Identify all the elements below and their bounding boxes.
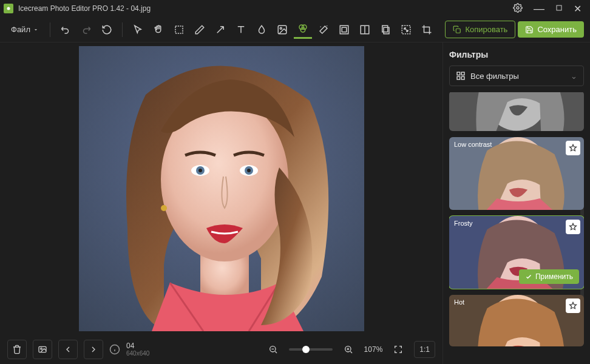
svg-point-1 <box>517 7 519 9</box>
file-menu[interactable]: Файл <box>6 22 44 37</box>
svg-rect-10 <box>342 27 347 32</box>
ratio-button[interactable]: 1:1 <box>414 341 435 358</box>
filters-list: Low contrast Frosty Применить <box>449 92 584 364</box>
filter-label: Frosty <box>454 220 473 227</box>
prev-button[interactable] <box>58 340 78 359</box>
filename: 04 <box>126 342 149 350</box>
svg-point-0 <box>7 7 10 10</box>
svg-rect-9 <box>340 25 348 34</box>
app-icon <box>4 4 13 13</box>
svg-rect-3 <box>175 26 183 33</box>
statusbar: 04 640x640 107% 1:1 <box>0 335 442 364</box>
chevron-down-icon: ⌄ <box>571 72 577 81</box>
svg-rect-32 <box>461 72 464 75</box>
magic-tool[interactable] <box>314 21 333 39</box>
svg-rect-34 <box>461 76 464 79</box>
blur-tool[interactable] <box>253 21 271 39</box>
minimize-icon[interactable]: — <box>534 6 544 11</box>
copy-label: Копировать <box>465 25 507 34</box>
svg-point-5 <box>280 27 282 29</box>
crop-tool[interactable] <box>418 21 436 39</box>
sidebar: Фильтры Все фильтры ⌄ Low contrast <box>442 42 590 364</box>
svg-point-21 <box>198 169 202 172</box>
collage-tool[interactable] <box>376 21 395 39</box>
svg-rect-15 <box>456 29 461 33</box>
file-menu-label: Файл <box>11 25 30 34</box>
svg-point-24 <box>247 169 251 172</box>
filter-card-selected[interactable]: Frosty Применить <box>449 216 584 289</box>
svg-rect-31 <box>457 72 460 75</box>
filter-label: Low contrast <box>454 141 492 148</box>
zoom-in-button[interactable] <box>339 340 358 359</box>
toolbar: Файл Копировать Сохранить <box>0 17 590 42</box>
dimensions: 640x640 <box>126 350 149 357</box>
filter-card[interactable] <box>449 92 584 131</box>
favorite-button[interactable] <box>566 298 580 313</box>
save-label: Сохранить <box>537 25 577 34</box>
text-tool[interactable] <box>232 21 250 39</box>
filters-dropdown[interactable]: Все фильтры ⌄ <box>449 66 584 86</box>
delete-button[interactable] <box>7 340 27 359</box>
hand-tool[interactable] <box>149 21 168 39</box>
sidebar-title: Фильтры <box>449 50 584 59</box>
filter-label: Hot <box>454 298 464 306</box>
settings-icon[interactable] <box>513 3 523 15</box>
reset-button[interactable] <box>98 21 116 39</box>
close-icon[interactable]: ✕ <box>574 3 582 15</box>
copy-button[interactable]: Копировать <box>445 21 515 38</box>
dropdown-selected: Все фильтры <box>470 72 519 81</box>
resize-tool[interactable] <box>397 21 415 39</box>
maximize-icon[interactable] <box>555 4 563 13</box>
svg-point-25 <box>161 205 167 211</box>
redo-button[interactable] <box>77 21 95 39</box>
svg-rect-13 <box>384 27 389 34</box>
layout-tool[interactable] <box>356 21 374 39</box>
save-button[interactable]: Сохранить <box>518 21 584 38</box>
pencil-tool[interactable] <box>191 21 209 39</box>
apply-button[interactable]: Применить <box>519 269 579 284</box>
titlebar: Icecream Photo Editor PRO 1.42 - 04.jpg … <box>0 0 590 17</box>
favorite-button[interactable] <box>566 220 580 234</box>
apply-label: Применить <box>535 272 573 281</box>
canvas[interactable] <box>0 42 442 335</box>
zoom-out-button[interactable] <box>263 340 283 359</box>
favorite-button[interactable] <box>566 141 580 155</box>
zoom-value: 107% <box>364 345 383 354</box>
marquee-tool[interactable] <box>170 21 188 39</box>
next-button[interactable] <box>84 340 103 359</box>
svg-point-27 <box>41 348 42 349</box>
filter-card[interactable]: Hot <box>449 295 584 346</box>
photo-preview <box>79 46 364 331</box>
separator <box>50 22 50 37</box>
separator <box>122 22 123 37</box>
pointer-tool[interactable] <box>129 21 147 39</box>
svg-rect-12 <box>382 25 388 32</box>
svg-rect-2 <box>557 5 561 10</box>
window-title: Icecream Photo Editor PRO 1.42 - 04.jpg <box>18 4 513 13</box>
filters-tool[interactable] <box>294 21 312 39</box>
zoom-slider[interactable] <box>289 348 333 351</box>
file-info: 04 640x640 <box>109 342 257 357</box>
svg-point-8 <box>300 28 305 33</box>
undo-button[interactable] <box>56 21 75 39</box>
fullscreen-button[interactable] <box>388 340 408 359</box>
filter-card[interactable]: Low contrast <box>449 137 584 210</box>
svg-rect-33 <box>457 76 460 79</box>
arrow-tool[interactable] <box>211 21 229 39</box>
image-tool[interactable] <box>273 21 291 39</box>
gallery-button[interactable] <box>33 340 52 359</box>
frame-tool[interactable] <box>335 21 353 39</box>
